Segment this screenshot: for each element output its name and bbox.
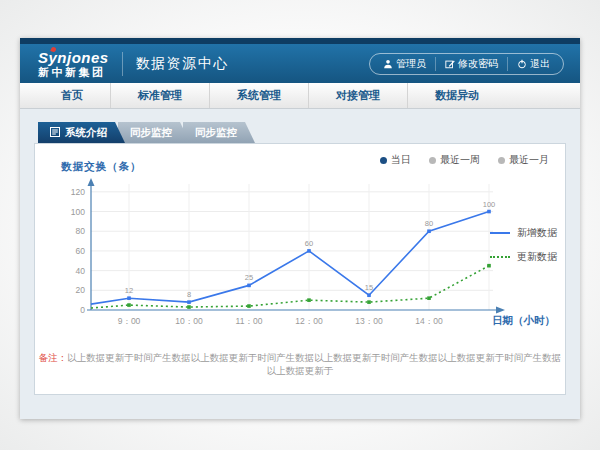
tab-sync-monitor-1[interactable]: 同步监控 bbox=[118, 122, 190, 143]
svg-text:80: 80 bbox=[425, 219, 433, 228]
page-background: Synjones 新中新集团 数据资源中心 管理员修改密码退出 首页标准管理系统… bbox=[0, 0, 600, 450]
logo-brand: Synjones bbox=[38, 49, 109, 66]
svg-text:40: 40 bbox=[76, 266, 86, 276]
logo-company: 新中新集团 bbox=[38, 66, 109, 79]
nav-item-data-change[interactable]: 数据异动 bbox=[407, 83, 506, 108]
nav-item-interface-mgmt[interactable]: 对接管理 bbox=[308, 83, 407, 108]
footnote-text: 以上数据更新于时间产生数据以上数据更新于时间产生数据以上数据更新于时间产生数据以… bbox=[67, 352, 561, 376]
tab-bar: 系统介绍同步监控同步监控 bbox=[38, 122, 566, 143]
svg-text:9：00: 9：00 bbox=[118, 316, 141, 326]
footnote-prefix: 备注： bbox=[39, 352, 68, 363]
logo: Synjones 新中新集团 bbox=[38, 49, 109, 79]
legend-label: 更新数据 bbox=[517, 250, 557, 264]
user-menu-admin-label: 管理员 bbox=[396, 57, 426, 71]
line-chart: 0204060801001209：0010：0011：0012：0013：001… bbox=[41, 174, 521, 344]
svg-text:10：00: 10：00 bbox=[175, 316, 203, 326]
legend-item-0: 新增数据 bbox=[490, 226, 557, 240]
legend-item-1: 更新数据 bbox=[490, 250, 557, 264]
svg-text:13：00: 13：00 bbox=[355, 316, 383, 326]
app-window: Synjones 新中新集团 数据资源中心 管理员修改密码退出 首页标准管理系统… bbox=[20, 38, 580, 419]
chart-panel: 当日最近一周最近一月 数据交换（条） 0204060801001209：0010… bbox=[34, 143, 566, 395]
svg-text:8: 8 bbox=[187, 290, 191, 299]
tab-sync-monitor-2[interactable]: 同步监控 bbox=[183, 122, 255, 143]
svg-text:60: 60 bbox=[305, 239, 313, 248]
edit-icon bbox=[445, 59, 455, 69]
filter-last-week[interactable]: 最近一周 bbox=[429, 153, 480, 167]
svg-text:120: 120 bbox=[71, 187, 85, 197]
user-menu-change-password[interactable]: 修改密码 bbox=[435, 57, 507, 71]
time-range-filters: 当日最近一周最近一月 bbox=[380, 153, 549, 167]
user-menu-change-password-label: 修改密码 bbox=[458, 57, 498, 71]
user-icon bbox=[383, 59, 393, 69]
svg-text:15: 15 bbox=[365, 283, 373, 292]
filter-last-week-label: 最近一周 bbox=[440, 153, 480, 167]
nav-item-standard-mgmt[interactable]: 标准管理 bbox=[110, 83, 209, 108]
svg-text:60: 60 bbox=[76, 246, 86, 256]
filter-today-label: 当日 bbox=[391, 153, 411, 167]
tab-sync-monitor-2-label: 同步监控 bbox=[195, 126, 237, 138]
radio-dot-last-week[interactable] bbox=[429, 157, 436, 164]
nav-item-home[interactable]: 首页 bbox=[34, 83, 110, 108]
y-axis-label: 数据交换（条） bbox=[61, 160, 142, 174]
legend-label: 新增数据 bbox=[517, 226, 557, 240]
svg-text:11：00: 11：00 bbox=[236, 316, 263, 326]
legend-line-swatch bbox=[490, 232, 510, 234]
svg-text:100: 100 bbox=[71, 207, 85, 217]
radio-dot-today[interactable] bbox=[380, 157, 387, 164]
svg-text:100: 100 bbox=[483, 200, 496, 209]
tab-system-intro-label: 系统介绍 bbox=[65, 126, 107, 138]
svg-text:0: 0 bbox=[80, 305, 85, 315]
svg-text:12：00: 12：00 bbox=[295, 316, 323, 326]
filter-last-month-label: 最近一月 bbox=[509, 153, 549, 167]
filter-today[interactable]: 当日 bbox=[380, 153, 411, 167]
svg-text:25: 25 bbox=[245, 273, 253, 282]
user-menu-logout-label: 退出 bbox=[530, 57, 550, 71]
main-nav: 首页标准管理系统管理对接管理数据异动 bbox=[20, 83, 580, 109]
legend-line-swatch bbox=[490, 256, 510, 258]
nav-item-system-mgmt[interactable]: 系统管理 bbox=[209, 83, 308, 108]
footnote: 备注：以上数据更新于时间产生数据以上数据更新于时间产生数据以上数据更新于时间产生… bbox=[35, 352, 565, 378]
svg-text:80: 80 bbox=[76, 226, 86, 236]
content-area: 系统介绍同步监控同步监控 当日最近一周最近一月 数据交换（条） 02040608… bbox=[20, 109, 580, 419]
user-menu-logout[interactable]: 退出 bbox=[507, 57, 559, 71]
power-icon bbox=[517, 59, 527, 69]
app-header: Synjones 新中新集团 数据资源中心 管理员修改密码退出 bbox=[20, 44, 580, 83]
svg-text:20: 20 bbox=[76, 285, 86, 295]
svg-text:12: 12 bbox=[125, 286, 133, 295]
app-title: 数据资源中心 bbox=[136, 55, 229, 73]
filter-last-month[interactable]: 最近一月 bbox=[498, 153, 549, 167]
tab-system-intro[interactable]: 系统介绍 bbox=[38, 122, 125, 143]
chart-legend: 新增数据更新数据 bbox=[490, 226, 557, 264]
svg-text:14：00: 14：00 bbox=[415, 316, 443, 326]
radio-dot-last-month[interactable] bbox=[498, 157, 505, 164]
x-axis-label: 日期（小时） bbox=[492, 314, 555, 328]
user-menu-admin[interactable]: 管理员 bbox=[374, 57, 435, 71]
user-menu: 管理员修改密码退出 bbox=[369, 53, 564, 75]
tab-sync-monitor-1-label: 同步监控 bbox=[130, 126, 172, 138]
header-divider bbox=[122, 52, 123, 76]
document-icon bbox=[50, 123, 60, 144]
